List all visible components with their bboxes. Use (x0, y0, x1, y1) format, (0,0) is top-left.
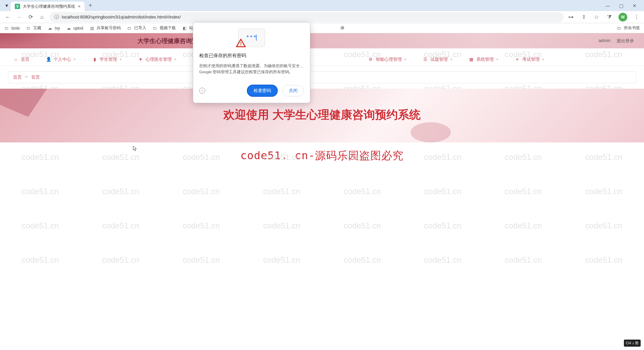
profile-avatar[interactable]: W (619, 13, 627, 21)
browser-tabstrip: ▾ V 大学生心理健康咨询预约系统 × + — ▢ ✕ (0, 0, 644, 11)
setting-icon: ▦ (469, 57, 474, 62)
all-bookmarks[interactable]: 🗀所有书签 (616, 25, 640, 31)
chevron-down-icon: ▾ (120, 57, 121, 61)
url-text: localhost:8080/springbootm3i1q/admin/dis… (62, 14, 181, 19)
nav-back-icon[interactable]: ← (4, 13, 11, 21)
cloud-icon: ☁ (47, 26, 53, 31)
vue-favicon: V (15, 4, 20, 9)
folder-icon: 🗀 (26, 26, 31, 31)
bookmark-ti[interactable]: 体 (340, 25, 344, 31)
nav-question-manage[interactable]: ☰试题管理▾ (423, 56, 452, 62)
nav-home-icon[interactable]: ⌂ (38, 13, 46, 21)
nav-reload-icon[interactable]: ⟳ (27, 13, 34, 21)
logout-link[interactable]: 退出登录 (616, 38, 634, 44)
extensions-icon[interactable]: ⧩ (606, 14, 612, 20)
user-icon: 👤 (46, 57, 51, 62)
folder-icon: 🗀 (152, 26, 158, 31)
chevron-down-icon: ▾ (174, 57, 176, 61)
close-dialog-button[interactable]: 关闭 (282, 85, 304, 96)
bookmark-imported[interactable]: 🗀已导入 (127, 25, 146, 31)
text-cursor-icon (256, 35, 257, 41)
folder-icon: 🗀 (4, 26, 9, 31)
chevron-down-icon: ▾ (405, 57, 406, 61)
browser-tab-active[interactable]: V 大学生心理健康咨询预约系统 × (11, 2, 85, 11)
welcome-banner: 欢迎使用 大学生心理健康咨询预约系统 (0, 89, 644, 142)
nav-exam-manage[interactable]: ≡考试管理▾ (515, 56, 544, 62)
nav-home[interactable]: ⌂首页 (13, 56, 30, 62)
share-icon[interactable]: ⇪ (580, 14, 587, 20)
nav-doctor-manage[interactable]: ♥心理医生管理▾ (138, 56, 176, 62)
svg-text:!: ! (240, 41, 242, 46)
url-input[interactable]: ⓘ localhost:8080/springbootm3i1q/admin/d… (50, 12, 564, 22)
nav-student-manage[interactable]: ▮学生管理▾ (92, 56, 121, 62)
password-check-dialog: ! * * * 检查已保存的所有密码 您刚才使用的密码遭遇了数据泄露。为确保您的… (193, 22, 310, 103)
watermark-notice: code51. cn-源码乐园盗图必究 (0, 148, 644, 163)
warning-triangle-icon: ! (236, 39, 246, 47)
tab-search-dropdown[interactable]: ▾ (3, 2, 11, 10)
dialog-illustration: ! * * * (193, 23, 310, 53)
cloud-icon: ☁ (66, 26, 71, 31)
bar-icon: ▮ (92, 57, 97, 62)
window-maximize-icon[interactable]: ▢ (619, 3, 624, 8)
gear-icon: ⚙ (368, 57, 373, 62)
current-user: admin (599, 38, 610, 44)
ime-indicator[interactable]: CH ♪ 简 (624, 340, 641, 347)
tool-icon: ◧ (182, 26, 187, 31)
bookmark-star-icon[interactable]: ☆ (593, 14, 600, 20)
nav-forward-icon[interactable]: → (15, 13, 23, 21)
chevron-down-icon: ▾ (542, 57, 544, 61)
bookmark-treasure[interactable]: 🗀宝藏 (26, 25, 41, 31)
new-tab-button[interactable]: + (89, 2, 92, 9)
breadcrumb-root[interactable]: 首页 (13, 74, 22, 80)
home-icon: ⌂ (13, 57, 18, 62)
list-icon: ☰ (423, 57, 428, 62)
app-header: 大学生心理健康咨询预约 admin 退出登录 (0, 33, 644, 48)
heart-icon: ♥ (138, 57, 143, 62)
window-minimize-icon[interactable]: — (605, 3, 610, 8)
main-nav: ⌂首页 👤个人中心▾ ▮学生管理▾ ♥心理医生管理▾ ▥在线预约管理▾ ⚙智能心… (0, 53, 644, 66)
tab-title: 大学生心理健康咨询预约系统 (23, 4, 75, 9)
dialog-title: 检查已保存的所有密码 (199, 53, 304, 59)
dialog-body-text: 您刚才使用的密码遭遇了数据泄露。为确保您的账号安全，Google 密码管理工具建… (199, 63, 304, 75)
check-passwords-button[interactable]: 检查密码 (247, 85, 278, 97)
bookmark-shared-accounts[interactable]: ▤共享账号密码 (89, 25, 121, 31)
bookmarks-bar: 🗀tools 🗀宝藏 ☁txy ☁uplod ▤共享账号密码 🗀已导入 🗀视频下… (0, 23, 644, 33)
chrome-menu-icon[interactable]: ⋮ (633, 14, 640, 20)
nav-system-manage[interactable]: ▦系统管理▾ (469, 56, 498, 62)
chevron-down-icon: ▾ (450, 57, 452, 61)
site-info-icon[interactable]: ⓘ (54, 14, 59, 20)
bookmark-video-dl[interactable]: 🗀视频下载 (152, 25, 176, 31)
nav-ai-psychology[interactable]: ⚙智能心理管理▾ (368, 56, 406, 62)
exam-icon: ≡ (515, 57, 520, 62)
bookmark-uplod[interactable]: ☁uplod (66, 26, 83, 31)
doc-icon: ▤ (89, 26, 95, 31)
folder-icon: 🗀 (127, 26, 132, 31)
breadcrumb-sep-icon: ≡ (25, 74, 28, 80)
breadcrumb-current: 首页 (31, 74, 40, 80)
bookmark-txy[interactable]: ☁txy (47, 26, 60, 31)
nav-personal-center[interactable]: 👤个人中心▾ (46, 56, 75, 62)
chevron-down-icon: ▾ (496, 57, 498, 61)
chevron-down-icon: ▾ (74, 57, 75, 61)
breadcrumb: 首页 ≡ 首页 (8, 71, 636, 83)
password-key-icon[interactable]: ⊶ (568, 14, 574, 20)
masked-password: * * * (247, 35, 256, 41)
address-bar: ← → ⟳ ⌂ ⓘ localhost:8080/springbootm3i1q… (0, 11, 644, 23)
window-close-icon[interactable]: ✕ (632, 3, 637, 8)
info-icon[interactable]: i (199, 88, 205, 94)
tab-close-icon[interactable]: × (78, 4, 80, 9)
bookmark-tools[interactable]: 🗀tools (4, 26, 20, 31)
welcome-text: 欢迎使用 大学生心理健康咨询预约系统 (223, 107, 420, 123)
folder-icon: 🗀 (616, 26, 622, 31)
